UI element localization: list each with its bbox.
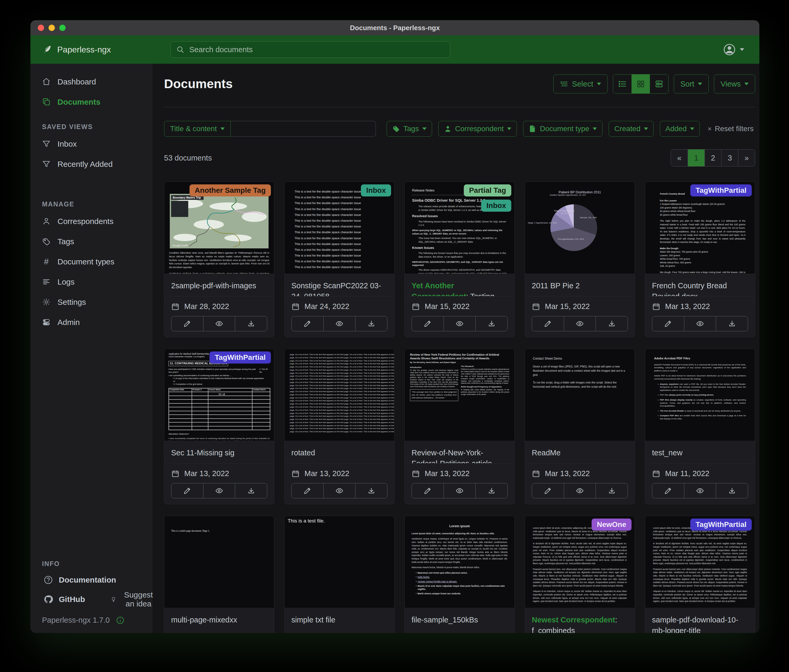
view-button[interactable]: [564, 316, 596, 331]
download-button[interactable]: [475, 483, 507, 498]
app-brand[interactable]: Paperless-ngx: [30, 44, 111, 55]
tag-badge[interactable]: Another Sample Tag: [190, 185, 271, 196]
download-button[interactable]: [235, 483, 267, 498]
document-title[interactable]: Newest Correspondent: f_combineds: [532, 615, 628, 633]
download-button[interactable]: [596, 483, 628, 498]
download-button[interactable]: [355, 483, 387, 498]
tag-badge[interactable]: TagWithPartial: [690, 185, 752, 196]
download-button[interactable]: [716, 316, 748, 331]
document-title[interactable]: Sonstige ScanPC2022 03-24_081058: [291, 280, 387, 296]
view-button[interactable]: [323, 483, 355, 498]
sort-dropdown-button[interactable]: Sort: [674, 75, 709, 93]
document-thumbnail[interactable]: French Country Bread For the Leaven 1 he…: [645, 182, 755, 274]
select-dropdown-button[interactable]: Select: [553, 75, 608, 93]
views-dropdown-button[interactable]: Views: [714, 75, 755, 93]
view-button[interactable]: [684, 316, 716, 331]
sidebar-item-documents[interactable]: Documents: [30, 92, 152, 112]
sidebar-item-inbox[interactable]: Inbox: [30, 134, 152, 154]
edit-button[interactable]: [532, 483, 564, 498]
view-grid-button[interactable]: [631, 75, 650, 93]
view-detail-button[interactable]: [650, 75, 668, 93]
tag-badge[interactable]: Partial Tag: [464, 185, 511, 196]
document-thumbnail[interactable]: Contact Sheet Demo Given a set of image …: [525, 349, 635, 441]
download-button[interactable]: [716, 483, 748, 498]
filter-field-dropdown[interactable]: Title & content: [164, 121, 231, 137]
document-thumbnail[interactable]: Patient BP Distribution 2011 Normal, 151…: [525, 182, 635, 274]
view-button[interactable]: [684, 483, 716, 498]
download-button[interactable]: [596, 316, 628, 331]
minimize-window-button[interactable]: [49, 25, 55, 31]
sidebar-item-logs[interactable]: Logs: [30, 272, 152, 292]
download-button[interactable]: [355, 316, 387, 331]
tag-badge[interactable]: NewOne: [592, 519, 631, 530]
document-title[interactable]: 2011 BP Pie 2: [532, 280, 628, 291]
tag-badge[interactable]: Inbox: [361, 185, 391, 196]
document-thumbnail[interactable]: Release Notes Simba ODBC Driver for SQL …: [405, 182, 514, 274]
download-button[interactable]: [235, 316, 267, 331]
document-title[interactable]: 2sample-pdf-with-images: [171, 280, 267, 291]
document-thumbnail[interactable]: This is a multi page document. Page 1.: [164, 516, 274, 608]
documentation-link[interactable]: Documentation: [42, 575, 118, 585]
filter-correspondent-dropdown[interactable]: Correspondent: [438, 121, 517, 137]
view-button[interactable]: [203, 316, 235, 331]
sidebar-item-tags[interactable]: Tags: [30, 231, 152, 252]
document-thumbnail[interactable]: Application for Medical Staff Membership…: [164, 349, 274, 441]
document-thumbnail[interactable]: Lorem ipsum dolor sit amet, consectetur …: [525, 516, 635, 608]
document-thumbnail[interactable]: Lorem ipsum Lorem ipsum dolor sit amet, …: [405, 516, 514, 608]
document-title[interactable]: ReadMe: [532, 447, 628, 458]
view-button[interactable]: [203, 483, 235, 498]
pagination-prev-button[interactable]: «: [671, 150, 688, 166]
edit-button[interactable]: [412, 483, 444, 498]
zoom-window-button[interactable]: [59, 25, 65, 31]
sidebar-item-admin[interactable]: Admin: [30, 312, 152, 332]
pagination-page-1[interactable]: 1: [688, 150, 704, 166]
sidebar-item-correspondents[interactable]: Correspondents: [30, 211, 152, 231]
edit-button[interactable]: [171, 483, 203, 498]
close-window-button[interactable]: [38, 25, 44, 31]
pagination-page-3[interactable]: 3: [721, 150, 738, 166]
document-thumbnail[interactable]: This is a test for the double space char…: [284, 182, 394, 274]
view-button[interactable]: [444, 316, 476, 331]
edit-button[interactable]: [652, 483, 684, 498]
correspondent-link[interactable]: Yet Another Correspondent: [412, 282, 466, 296]
document-title[interactable]: Review-of-New-York-Federal-Petitions-art…: [412, 447, 508, 463]
sidebar-item-dashboard[interactable]: Dashboard: [30, 72, 152, 92]
edit-button[interactable]: [652, 316, 684, 331]
edit-button[interactable]: [292, 483, 323, 498]
github-link[interactable]: GitHub: [42, 594, 86, 604]
document-thumbnail[interactable]: Review of New York Federal Petitions for…: [405, 349, 514, 441]
document-title[interactable]: sample-pdf-download-10-mb-longer-title: [652, 615, 748, 633]
user-menu-button[interactable]: [722, 43, 746, 56]
suggest-idea-link[interactable]: Suggest an idea: [109, 590, 157, 608]
sidebar-item-settings[interactable]: Settings: [30, 292, 152, 312]
filter-tags-dropdown[interactable]: Tags: [387, 121, 432, 137]
reset-filters-button[interactable]: × Reset filters: [706, 124, 755, 133]
document-thumbnail[interactable]: page. It's a lot of text. This is the te…: [284, 349, 394, 441]
tag-badge[interactable]: Inbox: [481, 200, 511, 212]
document-thumbnail[interactable]: Boundary Waters Trip Google Earth Curabi…: [164, 182, 274, 274]
edit-button[interactable]: [412, 316, 444, 331]
document-title[interactable]: Yet Another Correspondent: Testing Email: [412, 280, 508, 296]
view-button[interactable]: [323, 316, 355, 331]
search-input[interactable]: [189, 45, 445, 54]
edit-button[interactable]: [171, 316, 203, 331]
filter-added-dropdown[interactable]: Added: [660, 121, 700, 137]
document-thumbnail[interactable]: Adobe Acrobat PDF Files Adobe® Portable …: [645, 349, 755, 441]
document-title[interactable]: multi-page-mixedxx: [171, 615, 267, 625]
document-title[interactable]: French Country Bread Revised.docx: [652, 280, 748, 296]
document-title[interactable]: Sec 11-Missing sig: [171, 447, 267, 458]
edit-button[interactable]: [292, 316, 323, 331]
filter-document-type-dropdown[interactable]: Document type: [523, 121, 602, 137]
view-list-button[interactable]: [613, 75, 631, 93]
document-thumbnail[interactable]: Lorem ipsum dolor sit amet, consectetur …: [645, 516, 755, 608]
view-button[interactable]: [564, 483, 596, 498]
sidebar-item-document-types[interactable]: # Document types: [30, 252, 152, 272]
view-button[interactable]: [444, 483, 476, 498]
tag-badge[interactable]: TagWithPartial: [690, 519, 752, 530]
pagination-next-button[interactable]: »: [738, 150, 755, 166]
document-thumbnail[interactable]: This is a test file.: [284, 516, 394, 608]
document-title[interactable]: rotated: [291, 447, 387, 458]
info-circle-icon[interactable]: [116, 616, 125, 624]
document-title[interactable]: simple txt file: [291, 615, 387, 625]
edit-button[interactable]: [532, 316, 564, 331]
